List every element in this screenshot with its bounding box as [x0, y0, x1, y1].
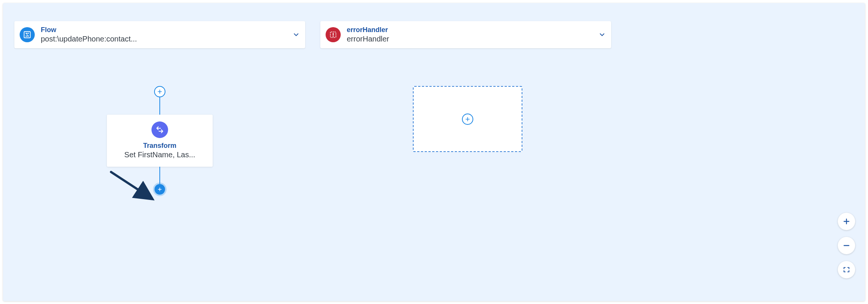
- flow-header-text: Flow post:\updatePhone:contact...: [41, 26, 289, 44]
- transform-node-label: Transform: [143, 142, 176, 150]
- flow-icon: [20, 27, 35, 42]
- error-handler-icon: [326, 27, 341, 42]
- flow-header-subtitle: post:\updatePhone:contact...: [41, 34, 289, 44]
- connector-line: [159, 97, 160, 115]
- zoom-controls: [838, 213, 855, 278]
- connector-line: [159, 167, 160, 184]
- flow-column: Transform Set FirstName, Las...: [88, 86, 232, 195]
- flow-canvas: Flow post:\updatePhone:contact... errorH…: [3, 3, 865, 301]
- add-error-node-button[interactable]: [462, 114, 473, 125]
- zoom-in-button[interactable]: [838, 213, 855, 230]
- error-handler-header-card[interactable]: errorHandler errorHandler: [320, 21, 611, 48]
- transform-node-card[interactable]: Transform Set FirstName, Las...: [107, 115, 213, 167]
- zoom-out-button[interactable]: [838, 237, 855, 254]
- transform-node-subtitle: Set FirstName, Las...: [124, 150, 195, 159]
- chevron-down-icon[interactable]: [598, 31, 606, 38]
- add-node-top-button[interactable]: [154, 86, 165, 97]
- flow-header-card[interactable]: Flow post:\updatePhone:contact...: [14, 21, 305, 48]
- svg-point-6: [333, 36, 334, 37]
- flow-header-label: Flow: [41, 26, 289, 34]
- error-handler-header-subtitle: errorHandler: [347, 34, 595, 44]
- add-node-bottom-button[interactable]: [154, 184, 165, 195]
- chevron-down-icon[interactable]: [292, 31, 300, 38]
- transform-icon: [151, 121, 168, 138]
- error-handler-header-label: errorHandler: [347, 26, 595, 34]
- error-handler-drop-zone[interactable]: [413, 86, 522, 152]
- error-handler-header-text: errorHandler errorHandler: [347, 26, 595, 44]
- fit-view-button[interactable]: [838, 261, 855, 278]
